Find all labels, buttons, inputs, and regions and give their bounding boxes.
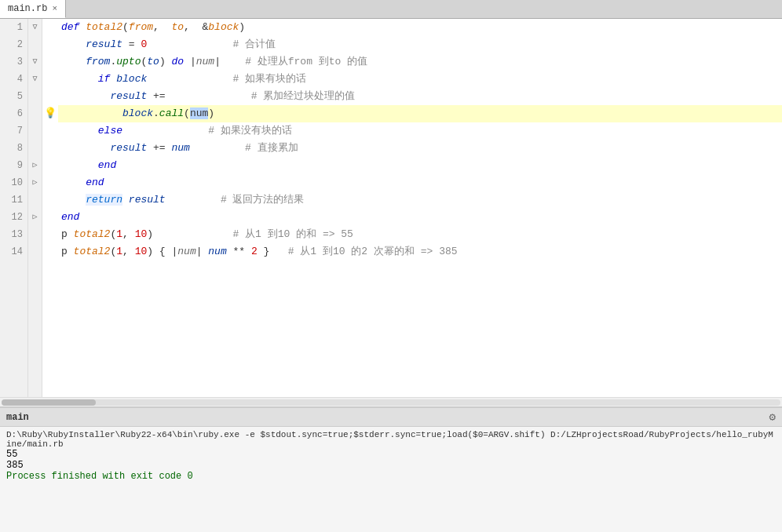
fold-icon-6 [28,105,42,122]
hint-icon-5 [42,88,58,105]
code-line-9[interactable]: end [58,157,782,174]
hint-icon-7 [42,122,58,140]
scrollbar-track[interactable] [2,399,780,406]
code-line-8[interactable]: result += num # 直接累加 [58,140,782,157]
fold-icon-3[interactable]: ▽ [28,53,42,71]
tab-label: main.rb [8,3,47,14]
hint-icon-6[interactable]: 💡 [42,105,58,122]
fold-icon-4[interactable]: ▽ [28,71,42,88]
code-line-3[interactable]: from.upto(to) do |num| # 处理从from 到to 的值 [58,53,782,71]
fold-icon-12[interactable]: ▷ [28,209,42,226]
fold-icon-9[interactable]: ▷ [28,157,42,174]
tab-bar: main.rb × [0,0,782,19]
code-area[interactable]: 1234567891011121314 ▽▽▽▷▷▷ 💡 def total2(… [0,19,782,397]
tab-close-button[interactable]: × [52,4,57,13]
fold-icon-7 [28,122,42,140]
hint-icon-9 [42,157,58,174]
output-line-2: 385 [6,460,776,471]
code-line-13[interactable]: p total2(1, 10) # 从1 到10 的和 => 55 [58,226,782,243]
hint-icon-4 [42,71,58,88]
code-line-4[interactable]: if block # 如果有块的话 [58,71,782,88]
cmd-line: D:\Ruby\RubyInstaller\Ruby22-x64\bin\rub… [6,430,776,449]
fold-icon-14 [28,243,42,261]
code-editor[interactable]: def total2(from, to, &block) result = 0 … [58,19,782,397]
line-number-13: 13 [0,226,27,243]
code-line-2[interactable]: result = 0 # 合计值 [58,36,782,53]
line-number-4: 4 [0,71,27,88]
hint-icon-2 [42,36,58,53]
code-line-12[interactable]: end [58,209,782,226]
code-line-1[interactable]: def total2(from, to, &block) [58,19,782,36]
line-number-14: 14 [0,243,27,261]
line-numbers: 1234567891011121314 [0,19,28,397]
line-number-1: 1 [0,19,27,36]
fold-icon-10[interactable]: ▷ [28,174,42,191]
hint-icon-3 [42,53,58,71]
line-number-10: 10 [0,174,27,191]
line-number-8: 8 [0,140,27,157]
line-number-3: 3 [0,53,27,71]
fold-icon-1[interactable]: ▽ [28,19,42,36]
hint-icon-1 [42,19,58,36]
panel-content: D:\Ruby\RubyInstaller\Ruby22-x64\bin\rub… [0,427,782,532]
app-container: main.rb × 1234567891011121314 ▽▽▽▷▷▷ 💡 d… [0,0,782,532]
line-number-6: 6 [0,105,27,122]
hint-icon-11 [42,191,58,209]
line-number-5: 5 [0,88,27,105]
code-line-5[interactable]: result += # 累加经过块处理的值 [58,88,782,105]
hint-gutter: 💡 [42,19,58,397]
editor-container: 1234567891011121314 ▽▽▽▷▷▷ 💡 def total2(… [0,19,782,532]
hint-icon-14 [42,243,58,261]
panel-title: main [6,412,29,423]
line-number-2: 2 [0,36,27,53]
code-line-14[interactable]: p total2(1, 10) { |num| num ** 2 } # 从1 … [58,243,782,261]
hint-icon-10 [42,174,58,191]
line-number-9: 9 [0,157,27,174]
hint-icon-8 [42,140,58,157]
code-line-6[interactable]: block.call(num) [58,105,782,122]
fold-icon-2 [28,36,42,53]
bottom-panel: main ⚙ D:\Ruby\RubyInstaller\Ruby22-x64\… [0,406,782,532]
code-line-11[interactable]: return result # 返回方法的结果 [58,191,782,209]
hint-icon-12 [42,209,58,226]
horizontal-scrollbar[interactable] [0,397,782,406]
line-number-11: 11 [0,191,27,209]
line-number-12: 12 [0,209,27,226]
line-number-7: 7 [0,122,27,140]
panel-header: main ⚙ [0,408,782,427]
fold-icon-11 [28,191,42,209]
output-line-1: 55 [6,449,776,460]
scrollbar-thumb[interactable] [2,399,96,406]
fold-icon-13 [28,226,42,243]
fold-gutter: ▽▽▽▷▷▷ [28,19,42,397]
hint-icon-13 [42,226,58,243]
tab-main-rb[interactable]: main.rb × [0,0,66,18]
code-line-7[interactable]: else # 如果没有块的话 [58,122,782,140]
code-line-10[interactable]: end [58,174,782,191]
exit-code-line: Process finished with exit code 0 [6,471,776,482]
fold-icon-5 [28,88,42,105]
fold-icon-8 [28,140,42,157]
panel-settings-icon[interactable]: ⚙ [769,410,776,424]
